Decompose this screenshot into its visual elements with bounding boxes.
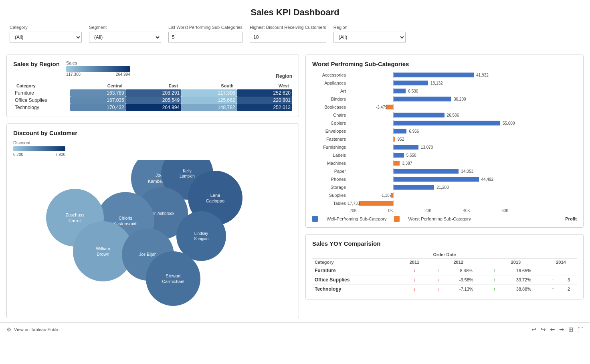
yoy-col-2011: 2011 bbox=[398, 259, 430, 266]
yoy-2014-pct: 3 bbox=[561, 275, 577, 285]
list-item: Machines3,387 bbox=[312, 160, 577, 167]
table-row: Technology170,432264,994148,782252,013 bbox=[13, 104, 292, 111]
filter-segment-label: Segment bbox=[89, 25, 161, 30]
list-item: Envelopes6,956 bbox=[312, 127, 577, 135]
tableau-link[interactable]: ⚙ View on Tableau Public bbox=[6, 326, 59, 333]
sub-cat-bar-area: 6,530 bbox=[348, 88, 577, 94]
region-col-west: West bbox=[237, 82, 292, 89]
list-item: Fasteners952 bbox=[312, 135, 577, 143]
sub-cat-value-label: -3,479 bbox=[372, 105, 387, 109]
sales-yoy-title: Sales YOY Comparision bbox=[312, 240, 577, 247]
region-col-central: Central bbox=[70, 82, 125, 89]
discount-legend-max: 7.900 bbox=[55, 152, 65, 157]
yoy-2013-arrow: ↑ bbox=[487, 285, 502, 294]
zero-axis-line bbox=[393, 160, 394, 166]
sub-cat-item-label: Binders bbox=[312, 97, 348, 101]
sub-cat-bar-area: 952 bbox=[348, 136, 577, 142]
list-item: Accessories41,932 bbox=[312, 71, 577, 79]
zero-axis-line bbox=[393, 144, 394, 150]
redo-icon[interactable]: ↪ bbox=[541, 326, 546, 333]
filters-bar: Category (All) Furniture Office Supplies… bbox=[0, 22, 590, 48]
sub-cat-item-label: Envelopes bbox=[312, 129, 348, 133]
sub-cat-bar-area: 18,132 bbox=[348, 80, 577, 86]
yoy-cat: Technology bbox=[312, 285, 398, 294]
yoy-2013-arrow: ↑ bbox=[487, 266, 502, 275]
sub-cat-value-label: 3,387 bbox=[402, 161, 412, 166]
yoy-2012-arrow: ↓ bbox=[430, 275, 446, 285]
filter-category-select[interactable]: (All) Furniture Office Supplies Technolo… bbox=[10, 32, 82, 43]
sub-cat-bar-rect bbox=[393, 129, 406, 133]
yoy-2012-pct: 8.48% bbox=[446, 266, 487, 275]
zero-axis-line bbox=[393, 176, 394, 182]
sub-cat-bar-rect bbox=[393, 153, 404, 158]
zero-axis-line bbox=[393, 200, 394, 206]
sub-cat-chart: Accessories41,932Appliances18,132Art6,53… bbox=[312, 71, 577, 213]
sales-legend-title: Sales bbox=[66, 61, 77, 65]
zero-axis-line bbox=[393, 168, 394, 174]
sub-cat-bar-rect bbox=[393, 145, 418, 150]
worst-legend-label: Worst Performing Sub-Category bbox=[408, 216, 471, 221]
x-axis-label: -20K bbox=[348, 208, 357, 213]
undo-icon[interactable]: ↩ bbox=[531, 326, 537, 333]
filter-worst-sub-input[interactable] bbox=[168, 32, 242, 43]
left-column: Sales by Region Sales 117,306 264,994 Re… bbox=[6, 55, 299, 318]
table-row: Office Supplies↓↓-9.58%↑33.72%↑3 bbox=[312, 275, 577, 285]
sub-cat-bar-area: 5,558 bbox=[348, 152, 577, 158]
zero-axis-line bbox=[393, 152, 394, 158]
filter-region: Region (All) Central East South West bbox=[333, 25, 406, 43]
sales-by-region-panel: Sales by Region Sales 117,306 264,994 Re… bbox=[6, 55, 299, 117]
sub-cat-bar-area: 3,387 bbox=[348, 160, 577, 166]
tableau-link-text: View on Tableau Public bbox=[14, 327, 59, 332]
filter-region-label: Region bbox=[333, 25, 406, 30]
home-icon[interactable]: ⊞ bbox=[568, 326, 574, 333]
filter-region-select[interactable]: (All) Central East South West bbox=[333, 32, 406, 43]
sub-cat-item-label: Furnishings bbox=[312, 145, 348, 150]
list-item: Bookcases-3,479 bbox=[312, 103, 577, 111]
forward-icon[interactable]: ➡ bbox=[559, 326, 564, 333]
x-axis-label: 40K bbox=[463, 208, 470, 213]
category-cell: Furniture bbox=[13, 89, 70, 97]
sub-cat-item-label: Fasteners bbox=[312, 137, 348, 142]
region-header-label: Region bbox=[276, 73, 292, 79]
filter-segment: Segment (All) Consumer Corporate Home Of… bbox=[89, 25, 161, 43]
bubble[interactable]: StewartCarmichael bbox=[146, 251, 200, 306]
yoy-2012-arrow: ↑ bbox=[430, 266, 446, 275]
list-item: Appliances18,132 bbox=[312, 79, 577, 87]
sub-cat-bar-area: -17,733 bbox=[348, 200, 577, 206]
region-col-south: South bbox=[181, 82, 236, 89]
sales-yoy-panel: Sales YOY Comparision Order Date Categor… bbox=[305, 234, 584, 299]
yoy-2012-arrow: ↓ bbox=[430, 285, 446, 294]
profit-axis-label: Profit bbox=[565, 216, 577, 221]
filter-category-label: Category bbox=[10, 25, 82, 30]
right-column: Worst Perfroming Sub-Categories Accessor… bbox=[305, 55, 584, 318]
yoy-2012-pct: -7.13% bbox=[446, 285, 487, 294]
list-item: Copiers55,600 bbox=[312, 119, 577, 127]
region-col-east: East bbox=[126, 82, 181, 89]
filter-worst-sub-label: List Worst Performing Sub-Categories bbox=[168, 25, 242, 30]
sub-cat-bar-rect bbox=[393, 185, 434, 190]
zero-axis-line bbox=[393, 112, 394, 118]
yoy-col-category: Category bbox=[312, 259, 398, 266]
value-cell: 220,881 bbox=[237, 97, 292, 104]
sales-legend-max: 264,994 bbox=[116, 72, 130, 77]
sub-cat-bar-area: -3,479 bbox=[348, 104, 577, 110]
filter-segment-select[interactable]: (All) Consumer Corporate Home Office bbox=[89, 32, 161, 43]
sub-cat-item-label: Labels bbox=[312, 153, 348, 158]
fullscreen-icon[interactable]: ⛶ bbox=[578, 326, 584, 333]
zero-axis-line bbox=[393, 104, 394, 110]
sub-cat-bar-rect bbox=[393, 161, 400, 166]
sub-cat-bar-rect bbox=[359, 201, 393, 206]
back-icon[interactable]: ⬅ bbox=[550, 326, 555, 333]
value-cell: 252,620 bbox=[237, 89, 292, 97]
filter-worst-sub: List Worst Performing Sub-Categories bbox=[168, 25, 242, 43]
sub-cat-value-label: 13,070 bbox=[421, 145, 433, 150]
sales-legend: Sales 117,306 264,994 bbox=[66, 61, 130, 77]
sub-cat-bar-rect bbox=[393, 89, 406, 93]
yoy-2014-arrow: ↑ bbox=[545, 266, 561, 275]
value-cell: 252,013 bbox=[237, 104, 292, 111]
value-cell: 148,782 bbox=[181, 104, 236, 111]
sub-cat-bar-area: 21,280 bbox=[348, 184, 577, 190]
filter-highest-discount-input[interactable] bbox=[250, 32, 326, 43]
sub-cat-item-label: Appliances bbox=[312, 81, 348, 85]
discount-title: Discount by Customer bbox=[13, 129, 292, 136]
